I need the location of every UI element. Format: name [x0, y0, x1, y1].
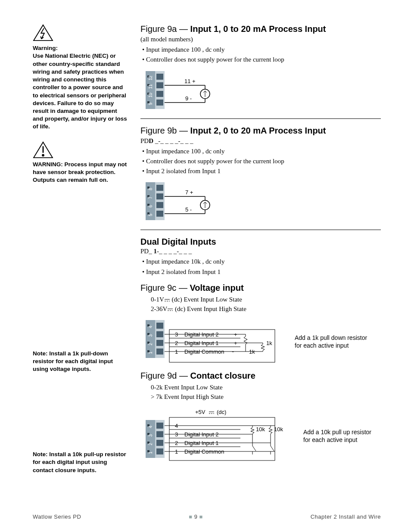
svg-text:11: 11: [148, 84, 153, 89]
svg-text:11  +: 11 +: [184, 78, 196, 84]
separator-2: [140, 230, 381, 230]
svg-rect-8: [156, 91, 163, 97]
svg-text:Digital Input 2: Digital Input 2: [184, 331, 219, 338]
figure-9b: Figure 9b — Input 2, 0 to 20 mA Process …: [140, 126, 381, 222]
svg-rect-62: [156, 348, 163, 355]
svg-text:10k: 10k: [256, 426, 265, 432]
svg-rect-61: [156, 340, 163, 346]
svg-text:9: 9: [148, 102, 153, 105]
warning-body-2: WARNING: Process input may not have sens…: [33, 161, 128, 184]
svg-text:2: 2: [148, 343, 153, 345]
svg-text:1: 1: [175, 348, 178, 355]
warning-heading: Warning:: [33, 44, 128, 52]
svg-text:5  -: 5 -: [185, 206, 192, 213]
svg-text:Digital Common: Digital Common: [184, 448, 224, 455]
svg-line-116: [271, 446, 274, 451]
dual-title: Dual Digital Inputs: [140, 237, 381, 247]
svg-rect-31: [156, 211, 163, 217]
svg-text:9  -: 9 -: [185, 95, 192, 102]
svg-text:+5V: +5V: [195, 409, 206, 415]
footer-right: Chapter 2 Install and Wire: [311, 513, 381, 520]
svg-text:1: 1: [148, 451, 153, 454]
svg-rect-60: [156, 331, 163, 337]
fig9c-diagram-row: 4 3 2 1 3: [146, 320, 381, 363]
fig9a-b1: Input impedance 100 , dc only: [148, 45, 381, 55]
svg-text:3: 3: [175, 331, 178, 338]
svg-text:Digital Input 2: Digital Input 2: [184, 431, 219, 438]
warning-block-2: WARNING: Process input may not have sens…: [33, 141, 128, 184]
dual-b1: Input impedance 10k , dc only: [148, 257, 381, 267]
svg-text:2: 2: [175, 440, 178, 446]
fig9d-label: Figure 9d —: [140, 371, 190, 380]
fig9b-title: Input 2, 0 to 20 mA Process Input: [190, 126, 326, 135]
dual-bullets: Input impedance 10k , dc only Input 2 is…: [140, 257, 381, 277]
figure-9c: Figure 9c — Voltage input 0-1V (dc) Even…: [140, 283, 381, 363]
page-body: Warning: Use National Electric (NEC) or …: [0, 0, 411, 492]
footer-page: ■ 9 ■: [189, 513, 203, 520]
svg-text:+: +: [234, 331, 237, 338]
fig9a-bullets: Input impedance 100 , dc only Controller…: [140, 45, 381, 65]
svg-text:7  +: 7 +: [185, 189, 193, 196]
svg-rect-59: [156, 323, 163, 329]
svg-text:4: 4: [175, 423, 178, 429]
fig9d-state-low: 0-2k Event Input Low State: [151, 383, 381, 392]
fig9c-title: Voltage input: [190, 283, 243, 292]
page-footer: Watlow Series PD ■ 9 ■ Chapter 2 Install…: [33, 513, 381, 520]
svg-point-3: [42, 154, 44, 156]
warning-block-1: Warning: Use National Electric (NEC) or …: [33, 24, 128, 131]
fig9c-label: Figure 9c —: [140, 283, 190, 292]
svg-rect-7: [156, 82, 163, 88]
fig9b-model: PDD _-_ _ _ _-_ _ _: [140, 137, 381, 145]
dc-symbol-icon: [167, 308, 173, 312]
main-content: Figure 9a — Input 1, 0 to 20 mA Process …: [140, 24, 381, 474]
svg-rect-9: [156, 100, 163, 106]
fig9a-diagram: 12 11 10 9 11 + 9 -: [146, 71, 381, 111]
svg-text:-: -: [232, 348, 234, 355]
svg-rect-6: [156, 74, 163, 80]
svg-rect-28: [156, 185, 163, 191]
svg-text:Digital Input 1: Digital Input 1: [184, 340, 219, 346]
svg-rect-96: [156, 431, 163, 437]
fig9a-sub: (all model numbers): [140, 36, 381, 43]
dual-section: Dual Digital Inputs PD_ 1-_ _ _ _-_ _ _ …: [140, 237, 381, 277]
svg-rect-98: [156, 448, 163, 454]
svg-text:(dc): (dc): [217, 409, 226, 415]
dual-b2: Input 2 isolated from Input 1: [148, 267, 381, 277]
svg-text:7: 7: [148, 196, 153, 199]
fig9d-diagram: +5V (dc): [146, 408, 292, 464]
svg-text:1k: 1k: [249, 348, 255, 355]
figure-9d: Figure 9d — Contact closure 0-2k Event I…: [140, 371, 381, 464]
fig9a-title: Input 1, 0 to 20 mA Process Input: [190, 24, 326, 34]
fig9b-label: Figure 9b —: [140, 126, 190, 135]
svg-rect-29: [156, 193, 163, 199]
fig9d-diagram-row: +5V (dc): [146, 408, 381, 464]
figure-9a: Figure 9a — Input 1, 0 to 20 mA Process …: [140, 24, 381, 111]
svg-text:Digital Common: Digital Common: [184, 348, 224, 355]
fig9d-title: Contact closure: [190, 371, 255, 380]
fig9d-states: 0-2k Event Input Low State > 7k Event In…: [151, 383, 381, 402]
svg-rect-95: [156, 423, 163, 429]
fig9c-diagram: 4 3 2 1 3: [146, 320, 283, 363]
svg-text:10: 10: [148, 93, 153, 98]
fig9b-b3: Input 2 isolated from Input 1: [148, 166, 381, 176]
svg-text:1: 1: [148, 352, 153, 354]
fig9a-label: Figure 9a —: [140, 24, 190, 34]
fig9b-b2: Controller does not supply power for the…: [148, 156, 381, 166]
svg-rect-97: [156, 440, 163, 446]
footer-left: Watlow Series PD: [33, 513, 81, 520]
note-1: Note: Install a 1k pull-down resistor fo…: [33, 350, 128, 373]
fig9c-states: 0-1V (dc) Event Input Low State 2-36V (d…: [151, 295, 381, 314]
svg-text:Digital Input 1: Digital Input 1: [184, 440, 219, 446]
fig9a-b2: Controller does not supply power for the…: [148, 55, 381, 65]
exclamation-warning-icon: [33, 141, 53, 159]
svg-text:2: 2: [148, 443, 153, 445]
sidebar: Warning: Use National Electric (NEC) or …: [33, 24, 128, 474]
svg-rect-30: [156, 202, 163, 208]
svg-text:1: 1: [175, 448, 178, 455]
svg-text:8: 8: [148, 188, 153, 190]
fig9d-callout: Add a 10k pull up resistor for each acti…: [303, 428, 377, 444]
svg-text:4: 4: [148, 426, 153, 428]
fig9b-b1: Input impedance 100 , dc only: [148, 146, 381, 156]
svg-text:2: 2: [175, 340, 178, 346]
fig9b-bullets: Input impedance 100 , dc only Controller…: [140, 146, 381, 177]
